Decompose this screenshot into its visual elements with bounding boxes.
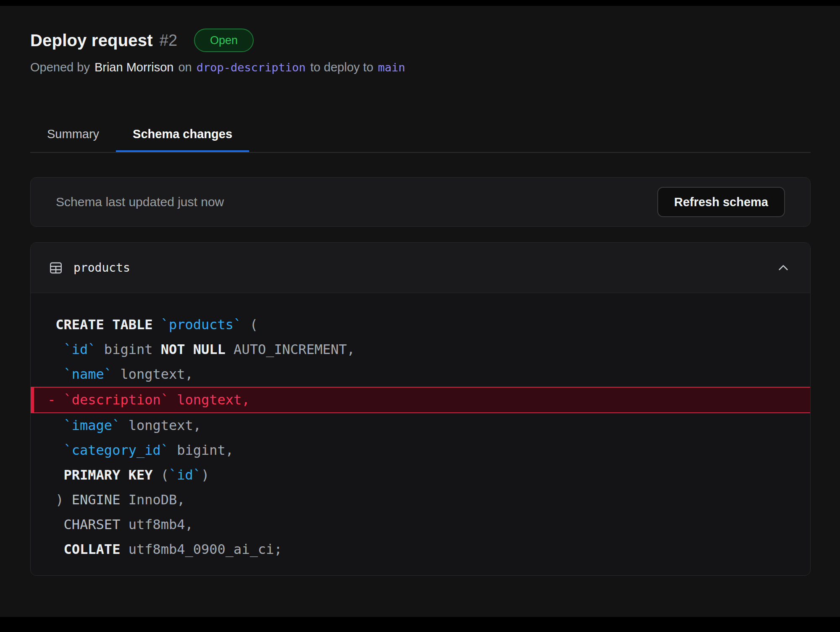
deploy-request-subtitle: Opened by Brian Morrison on drop-descrip…	[30, 60, 811, 74]
code-line: ) ENGINE InnoDB,	[31, 488, 810, 512]
schema-diff-card: products CREATE TABLE `products` ( `id` …	[30, 242, 811, 576]
table-icon	[48, 260, 63, 275]
opened-by-label: Opened by	[30, 60, 90, 74]
code-line: PRIMARY KEY (`id`)	[31, 463, 810, 488]
sql-code-block: CREATE TABLE `products` ( `id` bigint NO…	[31, 293, 810, 575]
code-line: CHARSET utf8mb4,	[31, 512, 810, 537]
code-line: `category_id` bigint,	[31, 438, 810, 463]
to-deploy-to-label: to deploy to	[310, 60, 373, 74]
refresh-schema-button[interactable]: Refresh schema	[657, 187, 785, 217]
chevron-up-icon	[777, 261, 790, 275]
code-line: CREATE TABLE `products` (	[31, 312, 810, 337]
author-name: Brian Morrison	[94, 60, 174, 74]
tab-summary[interactable]: Summary	[30, 127, 116, 152]
code-line: COLLATE utf8mb4_0900_ai_ci;	[31, 537, 810, 562]
source-branch-link[interactable]: drop-description	[197, 61, 306, 74]
tab-schema-changes[interactable]: Schema changes	[116, 127, 249, 152]
table-name: products	[74, 261, 130, 275]
deploy-request-page: Deploy request #2 Open Opened by Brian M…	[0, 6, 840, 617]
deploy-request-number: #2	[160, 31, 177, 50]
code-line: `image` longtext,	[31, 413, 810, 438]
page-header: Deploy request #2 Open	[30, 29, 811, 52]
code-line: `id` bigint NOT NULL AUTO_INCREMENT,	[31, 337, 810, 362]
collapse-table-button[interactable]	[774, 259, 793, 277]
status-badge: Open	[194, 29, 254, 52]
on-label: on	[178, 60, 192, 74]
table-card-header[interactable]: products	[31, 243, 810, 293]
code-line: `name` longtext,	[31, 362, 810, 387]
code-line-deleted: - `description` longtext,	[31, 387, 810, 413]
tab-bar: Summary Schema changes	[30, 127, 811, 153]
schema-status-bar: Schema last updated just now Refresh sch…	[30, 177, 811, 227]
schema-status-text: Schema last updated just now	[56, 195, 224, 209]
target-branch-link[interactable]: main	[378, 61, 405, 74]
page-title: Deploy request	[30, 31, 153, 50]
